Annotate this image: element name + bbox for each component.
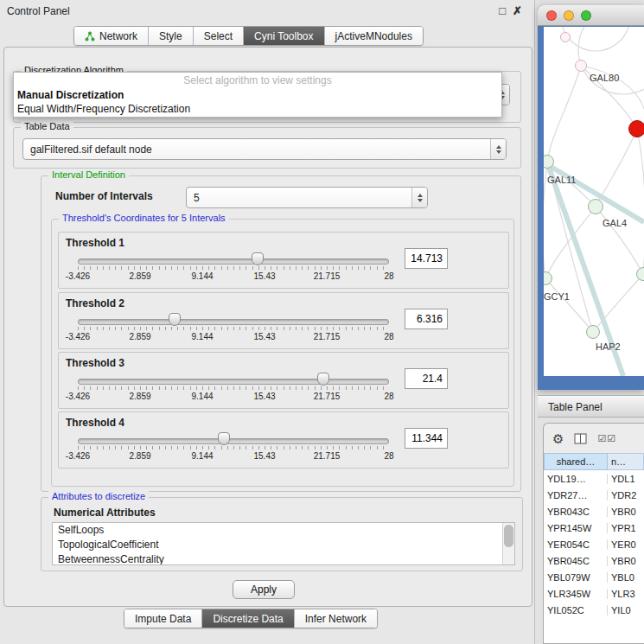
tab-impute-data[interactable]: Impute Data [124,609,201,628]
threshold-3-value-field[interactable] [405,368,448,389]
table-row[interactable]: YDR27…YDR2 [544,487,644,503]
table-panel: Table Panel ⚙ ☑☑ shared… n… YDL19…YDL1 Y… [538,395,644,644]
num-intervals-combo[interactable]: 5 [186,187,428,208]
scale-label: 2.859 [129,392,150,401]
network-view-window: GAL80 GAL11 GAL4 GCY1 HAP2 [538,5,644,390]
tab-style[interactable]: Style [148,27,193,45]
numerical-attributes-list[interactable]: SelfLoops TopologicalCoefficient Between… [52,522,515,565]
bottom-tab-bar: Impute Data Discretize Data Infer Networ… [124,609,378,628]
network-node-gal80[interactable] [575,60,587,72]
table-row[interactable]: YBR045CYBR0 [544,552,644,569]
network-icon [85,31,95,41]
column-header-name[interactable]: n… [608,453,644,470]
zoom-traffic-light-icon[interactable] [581,10,591,21]
close-icon[interactable]: ✗ [513,4,522,17]
table-panel-body: ⚙ ☑☑ shared… n… YDL19…YDL1 YDR27…YDR2 YB… [543,423,644,644]
tab-select[interactable]: Select [193,27,243,45]
threshold-2-value-field[interactable] [405,309,448,329]
threshold-2-slider[interactable]: -3.426 2.859 9.144 15.43 21.715 28 [78,314,389,347]
number-of-intervals-label: Number of Intervals [55,190,153,202]
group-title: Attributes to discretize [48,491,149,501]
scale-label: 21.715 [314,392,341,401]
threshold-label: Threshold 2 [66,297,124,309]
combo-stepper-icon [490,139,506,159]
window-title: Control Panel [7,5,70,17]
close-traffic-light-icon[interactable] [546,10,557,21]
list-scrollbar[interactable] [502,523,514,564]
table-row[interactable]: YDL19…YDL1 [544,470,644,487]
minimize-traffic-light-icon[interactable] [564,10,574,21]
columns-icon[interactable] [574,433,587,444]
slider-ticks [78,266,389,270]
num-intervals-value: 5 [187,192,411,204]
cyni-toolbox-panel: Discretization Algorithm Select algorith… [3,47,532,607]
slider-scale: -3.426 2.859 9.144 15.43 21.715 28 [78,392,389,402]
threshold-4-value-field[interactable] [405,428,448,449]
network-node[interactable] [560,32,571,42]
select-columns-icon[interactable]: ☑☑ [597,432,616,445]
threshold-label: Threshold 4 [66,417,124,429]
column-header-shared-name[interactable]: shared… [544,453,608,470]
tab-cyni-toolbox[interactable]: Cyni Toolbox [243,27,323,45]
list-item[interactable]: BetweennessCentrality [53,552,514,565]
threshold-4-slider[interactable]: -3.426 2.859 9.144 15.43 21.715 28 [78,433,389,466]
scale-label: 28 [384,271,393,281]
threshold-label: Threshold 3 [66,357,124,369]
table-row[interactable]: YBL079WYBL0 [544,569,644,585]
scale-label: 9.144 [191,392,213,401]
threshold-3-slider[interactable]: -3.426 2.859 9.144 15.43 21.715 28 [78,373,389,406]
slider-thumb[interactable] [218,432,230,445]
scale-label: 15.43 [253,332,275,341]
list-item[interactable]: TopologicalCoefficient [53,538,514,552]
scale-label: 15.43 [253,271,275,281]
tab-jactivemnodules[interactable]: jActiveMNodules [324,27,423,45]
group-title: Table Data [21,121,73,131]
slider-track [78,379,389,385]
tab-infer-network[interactable]: Infer Network [294,609,377,628]
tab-label: Infer Network [305,613,367,625]
scale-label: -3.426 [66,332,90,341]
gear-icon[interactable]: ⚙ [552,432,564,445]
thresholds-coordinates-group: Threshold's Coordinates for 5 Intervals … [51,219,514,487]
node-table: shared… n… YDL19…YDL1 YDR27…YDR2 YBR043C… [544,453,644,643]
network-node-selected[interactable] [628,120,644,137]
slider-track [78,319,389,325]
network-node-hap2[interactable] [586,325,600,339]
scale-label: 2.859 [129,451,150,461]
table-row[interactable]: YPR145WYPR1 [544,520,644,536]
float-window-icon[interactable]: □ [499,4,506,17]
slider-thumb[interactable] [317,373,329,386]
tab-label: Discretize Data [213,613,283,625]
node-label: GAL80 [590,73,619,83]
threshold-1-slider[interactable]: -3.426 2.859 9.144 15.43 21.715 28 [78,253,389,286]
threshold-1-value-field[interactable] [405,248,448,269]
tab-label: Select [204,30,233,42]
table-row[interactable]: YLR345WYLR3 [544,585,644,602]
slider-track [78,438,389,444]
table-data-combo[interactable]: galFiltered.sif default node [22,138,507,160]
table-panel-title: Table Panel [548,401,603,413]
tab-label: jActiveMNodules [335,30,412,42]
table-header-row: shared… n… [544,453,644,470]
slider-thumb[interactable] [169,313,181,326]
dropdown-option-equal-width-frequency[interactable]: Equal Width/Frequency Discretization [14,102,501,116]
scale-label: 21.715 [314,271,341,281]
list-item[interactable]: SelfLoops [53,523,514,538]
network-canvas[interactable]: GAL80 GAL11 GAL4 GCY1 HAP2 [544,27,644,376]
table-row[interactable]: YER054CYER0 [544,536,644,552]
table-row[interactable]: YIL052CYIL0 [544,602,644,618]
tab-network[interactable]: Network [74,27,148,45]
network-node[interactable] [636,267,644,281]
scrollbar-thumb[interactable] [504,525,513,547]
slider-ticks [78,386,389,390]
table-row[interactable]: YBR043CYBR0 [544,503,644,520]
dropdown-option-manual-discretization[interactable]: Manual Discretization [14,88,501,102]
apply-button[interactable]: Apply [233,580,295,599]
slider-thumb[interactable] [252,252,264,265]
node-label: GCY1 [544,291,570,302]
slider-ticks [78,327,389,330]
threshold-3-panel: Threshold 3 -3.426 2.859 9.144 15.43 21.… [58,352,509,409]
network-node-gal4[interactable] [588,199,603,214]
tab-discretize-data[interactable]: Discretize Data [201,609,293,628]
node-label: HAP2 [596,341,621,352]
